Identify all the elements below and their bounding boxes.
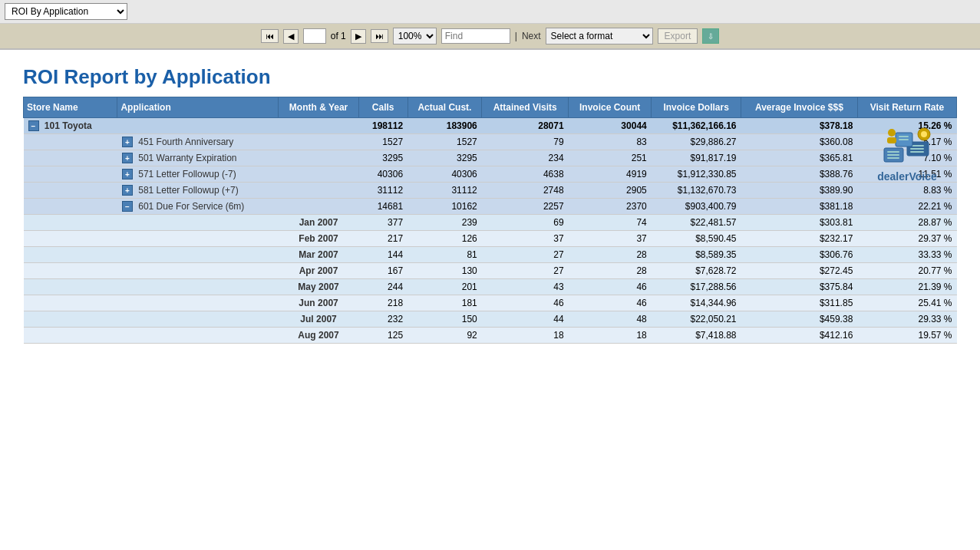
app-invoice-count: 251 <box>569 150 652 166</box>
last-page-button[interactable]: ⏭ <box>371 29 388 43</box>
app-attained-visits: 4638 <box>482 166 569 183</box>
app-expand-button[interactable]: + <box>122 153 133 163</box>
table-row-app: + 451 Fourth Anniversary 1527 1527 79 83… <box>24 134 957 150</box>
app-expand-button[interactable]: − <box>122 201 133 212</box>
report-selector[interactable]: ROI By Application <box>5 3 127 20</box>
month-avg-invoice: $375.84 <box>741 279 858 295</box>
app-actual-cust: 40306 <box>408 166 482 183</box>
app-name-cell: + 581 Letter Followup (+7) <box>117 183 279 199</box>
app-rate: 22.21 % <box>857 199 956 215</box>
app-calls: 14681 <box>358 199 408 215</box>
month-attained-visits: 27 <box>482 263 569 279</box>
month-invoice-dollars: $8,589.35 <box>652 247 741 263</box>
month-rate: 20.77 % <box>857 263 956 279</box>
month-invoice-count: 74 <box>569 215 652 231</box>
table-row-app: + 571 Letter Followup (-7) 40306 40306 4… <box>24 166 957 183</box>
zoom-select[interactable]: 100% 75% 50% 150% 200% <box>393 28 437 44</box>
store-actual-cust: 183906 <box>408 118 482 134</box>
app-expand-button[interactable]: + <box>122 137 133 147</box>
app-invoice-dollars: $1,132,670.73 <box>652 183 741 199</box>
month-rate: 25.41 % <box>857 295 956 311</box>
table-row-store: − 101 Toyota 198112 183906 28071 30044 $… <box>24 118 957 134</box>
store-collapse-button[interactable]: − <box>28 120 39 131</box>
month-invoice-count: 48 <box>569 311 652 328</box>
month-label: Aug 2007 <box>279 328 359 344</box>
export-button[interactable]: Export <box>658 28 698 44</box>
month-actual-cust: 201 <box>408 279 482 295</box>
month-attained-visits: 46 <box>482 295 569 311</box>
store-attained-visits: 28071 <box>482 118 569 134</box>
col-header-rate: Visit Return Rate <box>857 97 956 118</box>
app-invoice-count: 2905 <box>569 183 652 199</box>
month-attained-visits: 69 <box>482 215 569 231</box>
format-select[interactable]: Select a format PDF Excel Word CSV <box>546 28 653 44</box>
find-next-link[interactable]: Next <box>522 31 541 41</box>
table-row-app: − 601 Due For Service (6m) 14681 10162 2… <box>24 199 957 215</box>
month-avg-invoice: $272.45 <box>741 263 858 279</box>
table-row-month: Mar 2007 144 81 27 28 $8,589.35 $306.76 … <box>24 247 957 263</box>
month-actual-cust: 239 <box>408 215 482 231</box>
month-invoice-dollars: $7,628.72 <box>652 263 741 279</box>
col-header-month-year: Month & Year <box>279 97 359 118</box>
col-header-application: Application <box>117 97 279 118</box>
month-actual-cust: 130 <box>408 263 482 279</box>
month-calls: 232 <box>358 311 408 328</box>
app-name-cell: + 451 Fourth Anniversary <box>117 134 279 150</box>
report-dropdown[interactable]: ROI By Application <box>5 3 127 20</box>
month-invoice-dollars: $14,344.96 <box>652 295 741 311</box>
table-row-month: Apr 2007 167 130 27 28 $7,628.72 $272.45… <box>24 263 957 279</box>
top-bar: ROI By Application <box>0 0 980 24</box>
month-invoice-count: 18 <box>569 328 652 344</box>
month-avg-invoice: $303.81 <box>741 215 858 231</box>
app-actual-cust: 3295 <box>408 150 482 166</box>
svg-rect-9 <box>899 136 909 137</box>
month-invoice-count: 46 <box>569 279 652 295</box>
svg-rect-2 <box>887 154 899 156</box>
month-label: Apr 2007 <box>279 263 359 279</box>
month-avg-invoice: $232.17 <box>741 231 858 247</box>
app-name-cell: − 601 Due For Service (6m) <box>117 199 279 215</box>
month-calls: 217 <box>358 231 408 247</box>
prev-page-button[interactable]: ◀ <box>283 29 299 44</box>
month-invoice-count: 46 <box>569 295 652 311</box>
month-rate: 29.37 % <box>857 231 956 247</box>
app-store-cell <box>24 166 117 183</box>
report-title: ROI Report by Application <box>23 65 957 89</box>
find-input[interactable] <box>441 28 510 44</box>
month-actual-cust: 81 <box>408 247 482 263</box>
app-invoice-count: 2370 <box>569 199 652 215</box>
app-invoice-count: 4919 <box>569 166 652 183</box>
svg-rect-1 <box>887 151 899 153</box>
logo-text: dealerVoice <box>877 170 937 183</box>
toolbar: ⏮ ◀ 1 of 1 ▶ ⏭ 100% 75% 50% 150% 200% | … <box>0 24 980 50</box>
month-label: Jul 2007 <box>279 311 359 328</box>
month-attained-visits: 27 <box>482 247 569 263</box>
app-invoice-count: 83 <box>569 134 652 150</box>
table-row-app: + 501 Warranty Expiration 3295 3295 234 … <box>24 150 957 166</box>
month-actual-cust: 126 <box>408 231 482 247</box>
table-row-month: Aug 2007 125 92 18 18 $7,418.88 $412.16 … <box>24 328 957 344</box>
next-page-button[interactable]: ▶ <box>351 29 366 44</box>
app-calls: 31112 <box>358 183 408 199</box>
month-calls: 167 <box>358 263 408 279</box>
app-attained-visits: 2257 <box>482 199 569 215</box>
month-avg-invoice: $412.16 <box>741 328 858 344</box>
svg-rect-3 <box>887 157 899 159</box>
col-header-actual-cust: Actual Cust. <box>408 97 482 118</box>
month-invoice-dollars: $7,418.88 <box>652 328 741 344</box>
app-invoice-dollars: $903,400.79 <box>652 199 741 215</box>
month-label: Mar 2007 <box>279 247 359 263</box>
month-calls: 125 <box>358 328 408 344</box>
month-rate: 29.33 % <box>857 311 956 328</box>
month-label: Jan 2007 <box>279 215 359 231</box>
app-store-cell <box>24 150 117 166</box>
app-actual-cust: 1527 <box>408 134 482 150</box>
app-invoice-dollars: $91,817.19 <box>652 150 741 166</box>
app-expand-button[interactable]: + <box>122 169 133 179</box>
svg-point-12 <box>921 131 927 137</box>
month-rate: 21.39 % <box>857 279 956 295</box>
month-attained-visits: 44 <box>482 311 569 328</box>
app-expand-button[interactable]: + <box>122 185 133 196</box>
page-input[interactable]: 1 <box>303 28 326 44</box>
first-page-button[interactable]: ⏮ <box>261 29 279 43</box>
